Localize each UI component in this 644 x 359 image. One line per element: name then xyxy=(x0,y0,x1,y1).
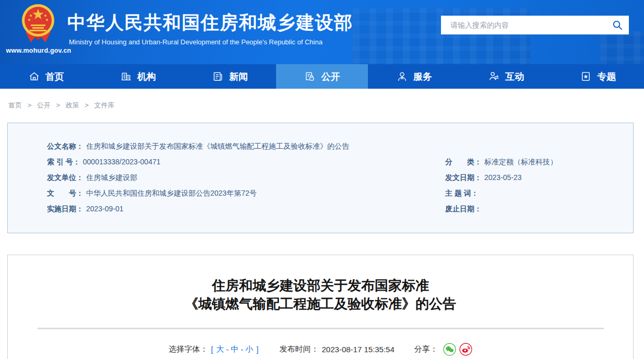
index-number-value: 000013338/2023-00471 xyxy=(83,158,161,166)
doc-number-label: 文 号： xyxy=(47,189,84,197)
organization-icon xyxy=(120,70,132,82)
doc-number-value: 中华人民共和国住房和城乡建设部公告2023年第72号 xyxy=(86,189,257,197)
nav-item-home[interactable]: 首页 xyxy=(0,64,92,89)
breadcrumb-item-disclosure[interactable]: 公开 xyxy=(37,101,51,109)
topics-icon xyxy=(580,70,592,82)
font-bracket-close: ] xyxy=(256,345,258,354)
main-navigation: 首页 机构 新闻 公开 服务 互动 xyxy=(0,64,644,89)
article-panel: 住房和城乡建设部关于发布国家标准 《城镇燃气输配工程施工及验收标准》的公告 选择… xyxy=(7,255,634,359)
national-emblem-logo xyxy=(19,3,57,46)
header-building-background xyxy=(600,31,644,64)
info-row-issuer: 发文单位：住房城乡建设部 发文日期：2023-05-23 xyxy=(47,170,633,185)
nav-item-label: 首页 xyxy=(45,70,64,83)
search-button[interactable] xyxy=(606,16,629,34)
nav-item-label: 互动 xyxy=(505,70,524,83)
site-subtitle-english: Ministry of Housing and Urban-Rural Deve… xyxy=(69,38,323,46)
news-icon xyxy=(212,70,224,82)
site-header: www.mohurd.gov.cn 中华人民共和国住房和城乡建设部 Minist… xyxy=(0,0,644,64)
weibo-share-icon xyxy=(459,343,472,356)
issuing-unit-label: 发文单位： xyxy=(47,173,84,182)
font-size-dash: - xyxy=(226,345,229,354)
article-meta-bar: 选择字体： [ 大 - 中 - 小 ] 发布时间： 2023-08-17 15:… xyxy=(8,343,633,356)
index-number-label: 索 引 号： xyxy=(47,158,80,166)
search-box xyxy=(441,16,629,34)
disclosure-icon xyxy=(304,70,316,82)
breadcrumb-separator: > xyxy=(28,101,32,109)
article-title-line1: 住房和城乡建设部关于发布国家标准 xyxy=(8,277,633,295)
doc-title-label: 公文名称： xyxy=(47,142,84,150)
info-row-index: 索 引 号：000013338/2023-00471 分 类：标准定额（标准科技… xyxy=(47,154,633,170)
font-size-large-button[interactable]: 大 xyxy=(216,344,224,354)
nav-item-topics[interactable]: 专题 xyxy=(552,64,644,89)
font-size-dash: - xyxy=(241,345,243,354)
publish-time-value: 2023-08-17 15:35:54 xyxy=(322,345,395,354)
implementation-date-value: 2023-09-01 xyxy=(86,205,124,213)
publish-time-group: 发布时间： 2023-08-17 15:35:54 xyxy=(280,344,395,354)
nav-item-disclosure[interactable]: 公开 xyxy=(276,64,368,89)
info-row-title: 公文名称：住房和城乡建设部关于发布国家标准《城镇燃气输配工程施工及验收标准》的公… xyxy=(47,138,633,154)
nav-item-interaction[interactable]: 互动 xyxy=(460,64,552,89)
breadcrumb: 首页 > 公开 > 政策 > 文件库 xyxy=(8,101,644,110)
nav-item-organization[interactable]: 机构 xyxy=(92,64,184,89)
breadcrumb-item-library[interactable]: 文件库 xyxy=(94,101,115,109)
font-size-small-button[interactable]: 小 xyxy=(245,344,253,354)
breadcrumb-separator: > xyxy=(56,101,60,109)
breadcrumb-item-home[interactable]: 首页 xyxy=(8,101,22,109)
wechat-share-icon xyxy=(443,343,456,356)
category-value: 标准定额（标准科技） xyxy=(484,158,557,166)
font-bracket-open: [ xyxy=(211,345,213,354)
home-icon xyxy=(28,70,40,82)
info-row-doc-number: 文 号：中华人民共和国住房和城乡建设部公告2023年第72号 主 题 词： xyxy=(47,185,633,201)
nav-item-label: 机构 xyxy=(137,70,156,83)
nav-item-label: 公开 xyxy=(321,70,340,83)
share-label: 分享： xyxy=(414,344,438,354)
wechat-share-button[interactable] xyxy=(443,343,456,356)
site-url: www.mohurd.gov.cn xyxy=(4,47,73,54)
title-divider xyxy=(38,328,604,329)
issuing-unit-value: 住房城乡建设部 xyxy=(86,173,137,182)
subject-words-label: 主 题 词： xyxy=(445,189,479,197)
interaction-icon xyxy=(488,70,500,82)
implementation-date-label: 实施日期： xyxy=(47,205,84,213)
font-size-selector: 选择字体： [ 大 - 中 - 小 ] xyxy=(169,344,259,354)
article-title: 住房和城乡建设部关于发布国家标准 《城镇燃气输配工程施工及验收标准》的公告 xyxy=(8,277,633,313)
font-size-medium-button[interactable]: 中 xyxy=(231,344,238,354)
article-title-line2: 《城镇燃气输配工程施工及验收标准》的公告 xyxy=(8,295,633,313)
nav-item-news[interactable]: 新闻 xyxy=(184,64,276,89)
category-label: 分 类： xyxy=(445,158,482,166)
font-select-label: 选择字体： xyxy=(169,344,208,354)
nav-item-label: 专题 xyxy=(597,70,616,83)
breadcrumb-item-policy[interactable]: 政策 xyxy=(66,101,79,109)
breadcrumb-separator: > xyxy=(85,101,89,109)
nav-item-services[interactable]: 服务 xyxy=(368,64,460,89)
search-input[interactable] xyxy=(441,16,606,34)
publish-time-label: 发布时间： xyxy=(280,344,319,354)
abolition-date-label: 废止日期： xyxy=(445,205,482,213)
nav-item-label: 服务 xyxy=(413,70,432,83)
doc-title-value: 住房和城乡建设部关于发布国家标准《城镇燃气输配工程施工及验收标准》的公告 xyxy=(86,142,349,150)
search-icon xyxy=(612,20,623,30)
service-icon xyxy=(396,70,408,82)
issue-date-label: 发文日期： xyxy=(445,173,482,182)
site-title: 中华人民共和国住房和城乡建设部 xyxy=(67,10,353,35)
nav-item-label: 新闻 xyxy=(229,70,248,83)
issue-date-value: 2023-05-23 xyxy=(484,173,522,182)
document-info-panel: 公文名称：住房和城乡建设部关于发布国家标准《城镇燃气输配工程施工及验收标准》的公… xyxy=(7,123,634,233)
weibo-share-button[interactable] xyxy=(459,343,472,356)
share-group: 分享： xyxy=(414,343,472,356)
info-row-implementation: 实施日期：2023-09-01 废止日期： xyxy=(47,201,633,217)
